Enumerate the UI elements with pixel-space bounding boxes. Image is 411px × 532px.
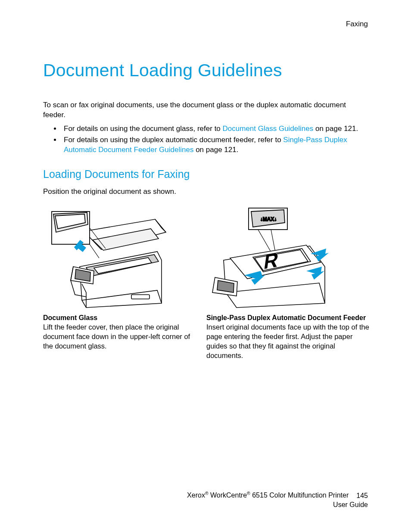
bullet-text-post: on page 121. (313, 124, 358, 133)
link-document-glass-guidelines[interactable]: Document Glass Guidelines (223, 124, 314, 133)
footer-line-2: User Guide (187, 500, 368, 510)
page-title: Document Loading Guidelines (43, 60, 370, 81)
instruction-text: Position the original document as shown. (43, 187, 370, 196)
reg-mark-icon: ® (205, 491, 209, 496)
section-header: Faxing (346, 20, 368, 28)
column-left-title: Document Glass (43, 314, 193, 322)
footer-line-1: Xerox® WorkCentre® 6515 Color Multifunct… (187, 491, 368, 500)
printer-glass-icon (43, 206, 168, 308)
intro-paragraph: To scan or fax original documents, use t… (43, 100, 370, 120)
column-left-body: Lift the feeder cover, then place the or… (43, 323, 193, 351)
page-footer: Xerox® WorkCentre® 6515 Color Multifunct… (187, 491, 368, 510)
footer-brand-1: Xerox (187, 492, 205, 499)
subheading: Loading Documents for Faxing (43, 168, 370, 180)
page-number: 145 (356, 491, 368, 501)
printer-adf-icon: ↓MAX↓ (206, 206, 331, 308)
footer-brand-2: WorkCentre (209, 492, 247, 499)
bullet-text-pre: For details on using the duplex automati… (64, 136, 283, 144)
column-right-body: Insert original documents face up with t… (206, 323, 370, 360)
column-right-title: Single-Pass Duplex Automatic Document Fe… (206, 314, 370, 322)
bullet-item: For details on using the document glass,… (61, 124, 370, 134)
column-right: ↓MAX↓ (206, 206, 370, 360)
footer-product: 6515 Color Multifunction Printer (250, 492, 349, 499)
bullet-text-post: on page 121. (193, 146, 238, 154)
bullet-text-pre: For details on using the document glass,… (64, 124, 223, 133)
svg-text:↓MAX↓: ↓MAX↓ (260, 216, 277, 222)
svg-rect-0 (131, 295, 149, 299)
column-left: Document Glass Lift the feeder cover, th… (43, 206, 206, 360)
columns-row: Document Glass Lift the feeder cover, th… (43, 206, 370, 360)
bullet-item: For details on using the duplex automati… (61, 135, 370, 156)
reg-mark-icon: ® (247, 491, 250, 496)
bullet-list: For details on using the document glass,… (43, 124, 370, 155)
page: Faxing Document Loading Guidelines To sc… (0, 0, 411, 532)
content-area: Document Loading Guidelines To scan or f… (43, 60, 370, 360)
